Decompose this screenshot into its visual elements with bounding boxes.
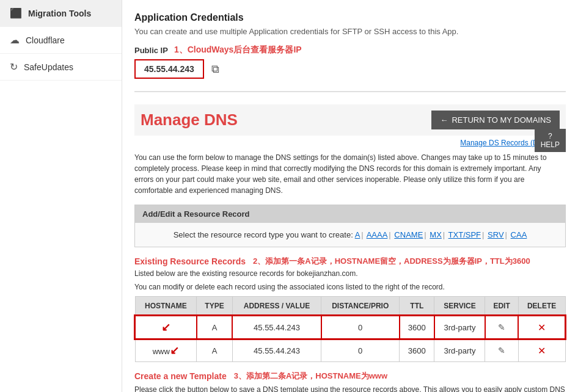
help-label: HELP [541,140,560,149]
col-distance: DISTANCE/PRIO [321,297,400,316]
table-row: ↙A45.55.44.243036003rd-party✎✕ [135,316,565,339]
col-address: ADDRESS / VALUE [232,297,321,316]
col-edit: EDIT [485,297,518,316]
edit-icon[interactable]: ✎ [498,346,505,355]
existing-records-header: Existing Resource Records 2、添加第一条A记录，HOS… [134,256,566,267]
col-type: TYPE [197,297,233,316]
migration-tools-icon: ⬛ [10,7,22,19]
public-ip-text: Public IP [134,46,168,55]
sidebar-item-cloudflare[interactable]: ☁ Cloudflare [0,27,122,54]
cell-ttl: 3600 [400,316,434,339]
safeupdates-icon: ↻ [10,61,18,73]
col-hostname: HOSTNAME [135,297,197,316]
col-ttl: TTL [400,297,434,316]
return-btn-label: RETURN TO MY DOMAINS [452,115,551,125]
create-template-title: Create a new Template [134,371,227,381]
public-ip-label: Public IP 1、CloudWays后台查看服务器IP [134,45,566,56]
cell-address: 45.55.44.243 [232,316,321,339]
cell-type: A [197,339,233,362]
existing-records-sub-1: Listed below are the existing resource r… [134,269,566,278]
cloudways-note: 1、CloudWays后台查看服务器IP [174,45,302,56]
manage-dns-title: Manage DNS [141,111,238,129]
copy-icon[interactable]: ⧉ [211,63,219,76]
sidebar-item-migration-tools[interactable]: ⬛ Migration Tools [0,0,122,27]
cell-delete[interactable]: ✕ [518,316,565,339]
record-type-srv[interactable]: SRV [488,230,504,239]
annotation-3: 3、添加第二条A记录，HOSTNAME为www [234,371,387,382]
app-credentials-section: Application Credentials You can create a… [134,12,566,92]
cell-distance: 0 [321,316,400,339]
cell-delete[interactable]: ✕ [518,339,565,362]
record-type-mx[interactable]: MX [430,230,442,239]
record-type-aaaa[interactable]: AAAA [367,230,388,239]
cell-ttl: 3600 [400,339,434,362]
cell-type: A [197,316,233,339]
add-edit-section: Add/Edit a Resource Record Select the re… [134,205,566,247]
sidebar-item-label: SafeUpdates [24,62,73,72]
ip-value: 45.55.44.243 [134,59,204,79]
dns-table: HOSTNAME TYPE ADDRESS / VALUE DISTANCE/P… [134,296,566,362]
cell-distance: 0 [321,339,400,362]
cell-hostname: www ↙ [135,339,197,362]
cell-service: 3rd-party [434,339,485,362]
add-edit-header: Add/Edit a Resource Record [135,205,565,223]
main-content: Application Credentials You can create a… [122,0,578,392]
arrow-icon: ↙ [161,321,170,334]
existing-records-title: Existing Resource Records [134,256,246,266]
record-type-a[interactable]: A [355,230,360,239]
cell-hostname: ↙ [135,316,197,339]
create-template-sub: Please click the button below to save a … [134,384,566,392]
record-type-cname[interactable]: CNAME [394,230,423,239]
col-delete: DELETE [518,297,565,316]
dns-section: Manage DNS ← RETURN TO MY DOMAINS Manage… [134,104,566,392]
return-arrow-icon: ← [440,115,448,125]
ip-box-row: 45.55.44.243 ⧉ [134,59,566,79]
annotation-1: 2、添加第一条A记录，HOSTNAME留空，ADDRESS为服务器IP，TTL为… [253,256,530,267]
col-service: SERVICE [434,297,485,316]
dns-description: You can use the form below to manage the… [134,152,562,196]
record-type-caa[interactable]: CAA [511,230,527,239]
sidebar-item-label: Migration Tools [28,9,91,18]
select-record-text: Select the resource record type you want… [174,230,353,239]
return-to-domains-button[interactable]: ← RETURN TO MY DOMAINS [431,111,560,129]
app-credentials-description: You can create and use multiple Applicat… [134,27,566,36]
delete-icon[interactable]: ✕ [538,322,546,333]
delete-icon[interactable]: ✕ [538,346,546,356]
add-edit-body: Select the resource record type you want… [135,223,565,247]
edit-icon[interactable]: ✎ [498,322,505,332]
cell-edit[interactable]: ✎ [485,316,518,339]
help-button[interactable]: ? HELP [535,129,566,152]
create-template-section: Create a new Template 3、添加第二条A记录，HOSTNAM… [134,371,566,392]
table-header-row: HOSTNAME TYPE ADDRESS / VALUE DISTANCE/P… [135,297,565,316]
record-type-txtspf[interactable]: TXT/SPF [448,230,481,239]
sidebar-item-safeupdates[interactable]: ↻ SafeUpdates [0,54,122,81]
manage-dns-header: Manage DNS ← RETURN TO MY DOMAINS [134,104,566,136]
cloudflare-icon: ☁ [10,34,20,46]
cell-service: 3rd-party [434,316,485,339]
help-icon: ? [548,132,552,140]
cell-edit[interactable]: ✎ [485,339,518,362]
existing-records-sub-2: You can modify or delete each record usi… [134,283,566,291]
arrow-icon: ↙ [170,344,179,357]
manage-ds-link-row: Manage DS Records (DNSSEC) [134,138,566,147]
sidebar-item-label: Cloudflare [26,35,65,45]
create-template-header: Create a new Template 3、添加第二条A记录，HOSTNAM… [134,371,566,382]
cell-address: 45.55.44.243 [232,339,321,362]
table-row: www ↙A45.55.44.243036003rd-party✎✕ [135,339,565,362]
sidebar: ⬛ Migration Tools ☁ Cloudflare ↻ SafeUpd… [0,0,122,392]
app-credentials-title: Application Credentials [134,12,566,23]
